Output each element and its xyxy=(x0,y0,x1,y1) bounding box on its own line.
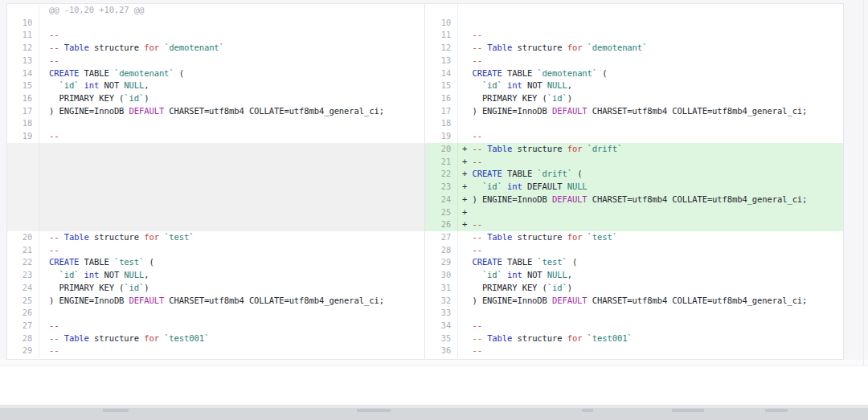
diff-row xyxy=(7,206,424,219)
line-number: 27 xyxy=(7,320,39,332)
line-number: 21 xyxy=(425,156,458,169)
line-number: 26 xyxy=(7,307,39,320)
diff-row: 18 xyxy=(7,117,424,130)
code-line xyxy=(39,117,424,130)
line-number: 10 xyxy=(425,17,458,30)
obscured-text xyxy=(103,409,129,412)
code-line: + -- xyxy=(458,218,843,231)
diff-row: 27 -- Table structure for `test` xyxy=(425,231,843,244)
diff-row: 29-- xyxy=(7,345,424,357)
diff-row: 31 PRIMARY KEY (`id`) xyxy=(425,282,843,295)
code-line xyxy=(39,307,424,320)
diff-row: 12 -- Table structure for `demotenant` xyxy=(425,42,843,55)
diff-row: 30 `id` int NOT NULL, xyxy=(425,269,843,282)
code-line: -- xyxy=(39,244,424,257)
diff-row: 25) ENGINE=InnoDB DEFAULT CHARSET=utf8mb… xyxy=(7,295,424,308)
code-line: -- xyxy=(458,244,843,257)
diff-row: 23 `id` int NOT NULL, xyxy=(7,269,424,282)
diff-row: 26 xyxy=(7,307,424,320)
diff-row: 14 CREATE TABLE `demotenant` ( xyxy=(425,67,843,80)
hunk-header xyxy=(458,4,843,17)
line-number: 11 xyxy=(425,29,458,42)
line-number xyxy=(7,168,39,181)
code-line xyxy=(458,17,843,30)
diff-row: 21-- xyxy=(7,244,424,257)
code-line xyxy=(39,143,424,156)
diff-row: 32 ) ENGINE=InnoDB DEFAULT CHARSET=utf8m… xyxy=(425,295,843,308)
diff-row: 29 CREATE TABLE `test` ( xyxy=(425,256,843,269)
code-line: ) ENGINE=InnoDB DEFAULT CHARSET=utf8mb4 … xyxy=(39,105,424,118)
diff-row: 19 -- xyxy=(425,130,843,143)
line-number xyxy=(7,143,39,156)
diff-pane-new: 10 11 --12 -- Table structure for `demot… xyxy=(424,4,843,359)
line-number xyxy=(7,156,39,169)
diff-row xyxy=(7,168,424,181)
diff-row xyxy=(7,143,424,156)
code-line: -- xyxy=(458,320,843,332)
diff-row: 17) ENGINE=InnoDB DEFAULT CHARSET=utf8mb… xyxy=(7,105,424,118)
code-line: `id` int NOT NULL, xyxy=(39,269,424,282)
diff-row: 15 `id` int NOT NULL, xyxy=(7,80,424,92)
line-number: 33 xyxy=(425,307,458,320)
line-number: 26 xyxy=(425,218,458,231)
line-number: 12 xyxy=(7,42,39,55)
code-line: + CREATE TABLE `drift` ( xyxy=(458,168,843,181)
diff-row: 20-- Table structure for `test` xyxy=(7,231,424,244)
code-line xyxy=(39,17,424,30)
line-number: 23 xyxy=(425,181,458,194)
code-line: -- xyxy=(458,29,843,42)
code-line xyxy=(39,194,424,206)
code-line: CREATE TABLE `test` ( xyxy=(39,256,424,269)
diff-bottom-scroll-track[interactable] xyxy=(0,360,868,366)
diff-row: 24 PRIMARY KEY (`id`) xyxy=(7,282,424,295)
line-number: 34 xyxy=(425,320,458,332)
diff-row: 22CREATE TABLE `test` ( xyxy=(7,256,424,269)
diff-pane-old: @@ -10,20 +10,27 @@1011--12-- Table stru… xyxy=(7,4,424,359)
diff-row: 18 xyxy=(425,117,843,130)
diff-row: 36 -- xyxy=(425,345,843,357)
diff-row xyxy=(7,156,424,169)
line-number: 19 xyxy=(425,130,458,143)
line-number: 10 xyxy=(7,17,39,30)
diff-row xyxy=(425,4,843,17)
code-line: -- Table structure for `test` xyxy=(39,231,424,244)
line-number xyxy=(7,194,39,206)
line-number: 21 xyxy=(7,244,39,257)
diff-row: 26+ -- xyxy=(425,218,843,231)
diff-row: 10 xyxy=(425,17,843,30)
line-number: 32 xyxy=(425,295,458,308)
code-line xyxy=(458,307,843,320)
obscured-text xyxy=(582,409,593,412)
line-number: 28 xyxy=(7,332,39,345)
line-number: 27 xyxy=(425,231,458,244)
line-number: 17 xyxy=(7,105,39,118)
code-line: PRIMARY KEY (`id`) xyxy=(458,92,843,105)
line-number: 14 xyxy=(7,67,39,80)
code-line: ) ENGINE=InnoDB DEFAULT CHARSET=utf8mb4 … xyxy=(39,295,424,308)
obscured-text xyxy=(672,409,704,412)
diff-viewer[interactable]: @@ -10,20 +10,27 @@1011--12-- Table stru… xyxy=(6,3,844,360)
code-line: PRIMARY KEY (`id`) xyxy=(39,92,424,105)
background-fade xyxy=(0,405,868,408)
code-line xyxy=(458,117,843,130)
line-number: 22 xyxy=(7,256,39,269)
code-line xyxy=(39,181,424,194)
code-line: -- xyxy=(458,345,843,357)
code-line: CREATE TABLE `test` ( xyxy=(458,256,843,269)
line-number: 18 xyxy=(425,117,458,130)
code-line: + xyxy=(458,206,843,219)
line-number: 25 xyxy=(7,295,39,308)
line-number: 23 xyxy=(7,269,39,282)
code-line: CREATE TABLE `demotenant` ( xyxy=(39,67,424,80)
line-number: 13 xyxy=(425,55,458,67)
code-line: -- Table structure for `demotenant` xyxy=(458,42,843,55)
line-number: 20 xyxy=(7,231,39,244)
line-number xyxy=(425,4,458,17)
diff-row: 15 `id` int NOT NULL, xyxy=(425,80,843,92)
diff-row: 27-- xyxy=(7,320,424,332)
line-number: 15 xyxy=(425,80,458,92)
diff-row: @@ -10,20 +10,27 @@ xyxy=(7,4,424,17)
diff-row: 11 -- xyxy=(425,29,843,42)
line-number: 16 xyxy=(425,92,458,105)
diff-row xyxy=(7,181,424,194)
